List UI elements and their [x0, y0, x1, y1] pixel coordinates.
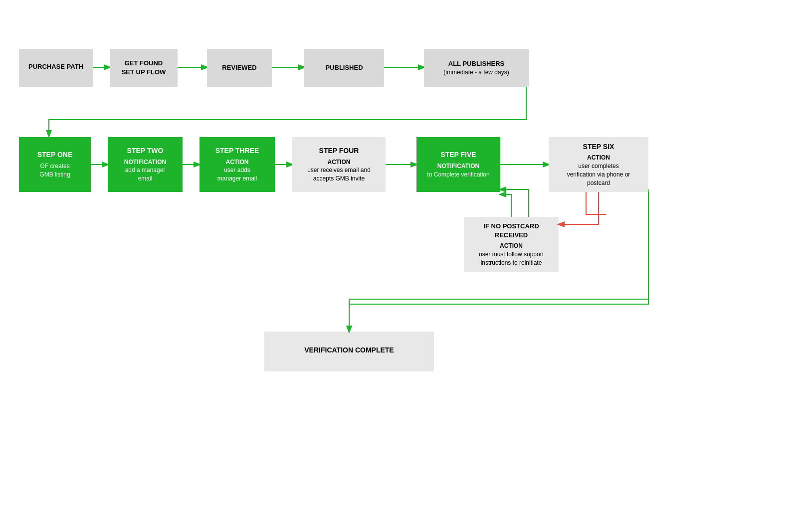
- step-six-label: STEP SIX: [583, 142, 614, 152]
- verification-complete-box: VERIFICATION COMPLETE: [264, 332, 434, 371]
- step-four-sub: ACTION: [328, 158, 351, 167]
- diagram: PURCHASE PATH GET FOUND SET UP FLOW REVI…: [0, 0, 812, 519]
- step-three-label: STEP THREE: [215, 146, 259, 156]
- step-three-desc: user adds manager email: [217, 166, 257, 183]
- step-four-desc: user receives email and accepts GMB invi…: [307, 166, 371, 183]
- step-six-box: STEP SIX ACTION user completes verificat…: [549, 137, 648, 192]
- no-postcard-desc: user must follow support instructions to…: [479, 250, 544, 267]
- step-four-label: STEP FOUR: [319, 146, 359, 156]
- reviewed-label: REVIEWED: [222, 63, 256, 72]
- step-three-box: STEP THREE ACTION user adds manager emai…: [200, 137, 275, 192]
- step-six-sub: ACTION: [587, 154, 610, 162]
- step-one-label: STEP ONE: [37, 150, 73, 160]
- step-five-box: STEP FIVE NOTIFICATION to Complete verif…: [416, 137, 500, 192]
- step-three-sub: ACTION: [226, 158, 249, 167]
- get-found-box: GET FOUND SET UP FLOW: [110, 49, 178, 87]
- all-publishers-sub: (immediate - a few days): [443, 68, 509, 77]
- step-one-desc: GF creates GMB listing: [39, 162, 70, 179]
- step-five-sub: NOTIFICATION: [437, 162, 479, 171]
- get-found-label: GET FOUND SET UP FLOW: [122, 59, 166, 77]
- verification-complete-label: VERIFICATION COMPLETE: [304, 346, 394, 355]
- published-label: PUBLISHED: [325, 63, 363, 72]
- all-publishers-box: ALL PUBLISHERS (immediate - a few days): [424, 49, 529, 87]
- purchase-path-box: PURCHASE PATH: [19, 49, 93, 87]
- all-publishers-label: ALL PUBLISHERS: [448, 59, 504, 68]
- step-one-box: STEP ONE GF creates GMB listing: [19, 137, 91, 192]
- published-box: PUBLISHED: [304, 49, 384, 87]
- no-postcard-sub: ACTION: [500, 242, 523, 250]
- step-two-desc: add a manager email: [125, 166, 166, 183]
- no-postcard-title: IF NO POSTCARD RECEIVED: [483, 222, 539, 240]
- step-five-desc: to Complete verification: [427, 171, 489, 179]
- purchase-path-label: PURCHASE PATH: [28, 62, 83, 71]
- step-four-box: STEP FOUR ACTION user receives email and…: [292, 137, 386, 192]
- step-two-sub: NOTIFICATION: [124, 158, 166, 167]
- step-two-box: STEP TWO NOTIFICATION add a manager emai…: [108, 137, 183, 192]
- step-five-label: STEP FIVE: [440, 150, 476, 160]
- no-postcard-box: IF NO POSTCARD RECEIVED ACTION user must…: [464, 217, 559, 272]
- step-six-desc: user completes verification via phone or…: [567, 162, 630, 187]
- reviewed-box: REVIEWED: [207, 49, 272, 87]
- step-two-label: STEP TWO: [127, 146, 164, 156]
